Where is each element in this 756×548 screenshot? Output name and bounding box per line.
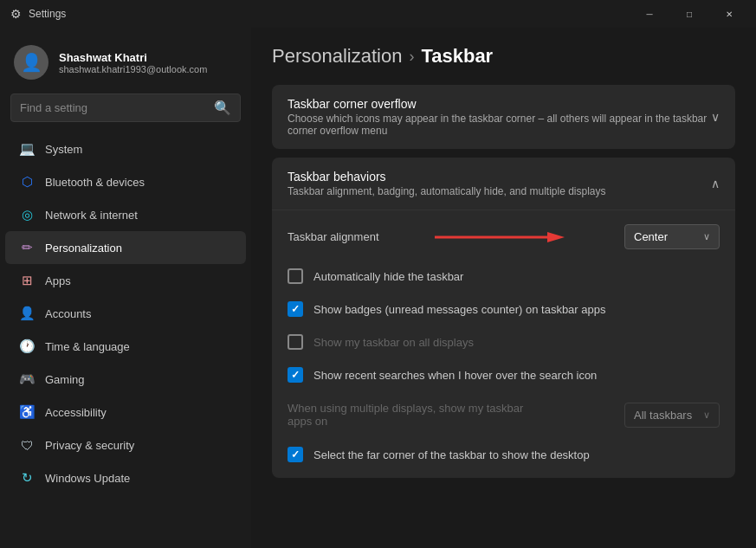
section-title-corner-overflow: Taskbar corner overflow: [288, 97, 711, 111]
gaming-icon: 🎮: [19, 371, 35, 387]
breadcrumb: Personalization › Taskbar: [272, 45, 735, 68]
sections-list: Taskbar corner overflow Choose which ico…: [272, 85, 735, 478]
breadcrumb-current: Taskbar: [421, 45, 493, 68]
section-behaviors: Taskbar behaviors Taskbar alignment, bad…: [272, 158, 735, 478]
breadcrumb-separator: ›: [409, 48, 414, 66]
sidebar-label-personalization: Personalization: [45, 242, 122, 255]
section-sub-behaviors: Taskbar alignment, badging, automaticall…: [288, 185, 606, 197]
sidebar-item-update[interactable]: ↻ Windows Update: [5, 461, 246, 494]
dropdown-arrow-icon-0: ∨: [703, 231, 710, 242]
sidebar-label-apps: Apps: [45, 274, 71, 287]
personalization-icon: ✏: [19, 240, 35, 255]
dropdown-value-5: All taskbars: [634, 409, 692, 422]
section-content-behaviors: Taskbar alignment Center ∨: [272, 210, 735, 478]
sidebar: 👤 Shashwat Khatri shashwat.khatri1993@ou…: [0, 28, 251, 548]
accounts-icon: 👤: [19, 306, 35, 321]
sidebar-item-accessibility[interactable]: ♿ Accessibility: [5, 396, 246, 429]
setting-label-0: Taskbar alignment: [288, 230, 379, 243]
app-body: 👤 Shashwat Khatri shashwat.khatri1993@ou…: [0, 28, 756, 548]
update-icon: ↻: [19, 470, 35, 486]
section-sub-corner-overflow: Choose which icons may appear in the tas…: [288, 113, 711, 137]
checkbox-row-6[interactable]: Select the far corner of the taskbar to …: [272, 438, 735, 471]
sidebar-label-update: Windows Update: [45, 472, 130, 485]
section-header-behaviors[interactable]: Taskbar behaviors Taskbar alignment, bad…: [272, 158, 735, 210]
dropdown-5: All taskbars ∨: [624, 403, 720, 428]
user-email: shashwat.khatri1993@outlook.com: [59, 64, 207, 74]
privacy-icon: 🛡: [19, 437, 35, 453]
bluetooth-icon: ⬡: [19, 174, 35, 190]
dropdown-value-0: Center: [634, 230, 668, 243]
sidebar-label-gaming: Gaming: [45, 373, 85, 386]
apps-icon: ⊞: [19, 273, 35, 288]
system-icon: 💻: [19, 141, 35, 157]
sidebar-item-network[interactable]: ◎ Network & internet: [5, 198, 246, 231]
time-icon: 🕐: [19, 338, 35, 354]
sidebar-item-gaming[interactable]: 🎮 Gaming: [5, 363, 246, 396]
sidebar-label-accounts: Accounts: [45, 307, 91, 320]
titlebar-left: ⚙ Settings: [10, 7, 66, 21]
search-input[interactable]: [20, 101, 207, 114]
main-panel: Personalization › Taskbar Taskbar corner…: [251, 28, 756, 548]
checkbox-4[interactable]: [288, 367, 303, 383]
chevron-corner-overflow-icon: ∨: [711, 110, 720, 124]
sidebar-label-network: Network & internet: [45, 209, 138, 222]
checkbox-label-3: Show my taskbar on all displays: [313, 336, 474, 349]
checkbox-1[interactable]: [288, 268, 303, 284]
avatar: 👤: [14, 45, 48, 80]
arrow-svg: [435, 229, 565, 246]
checkbox-label-1: Automatically hide the taskbar: [313, 270, 463, 283]
sidebar-item-system[interactable]: 💻 System: [5, 132, 246, 165]
dropdown-0[interactable]: Center ∨: [624, 224, 720, 249]
section-corner-overflow: Taskbar corner overflow Choose which ico…: [272, 85, 735, 149]
checkbox-row-1[interactable]: Automatically hide the taskbar: [272, 260, 735, 293]
user-info: Shashwat Khatri shashwat.khatri1993@outl…: [59, 51, 207, 74]
checkbox-label-6: Select the far corner of the taskbar to …: [313, 448, 590, 461]
checkbox-6[interactable]: [288, 447, 303, 462]
setting-row-0: Taskbar alignment Center ∨: [272, 214, 735, 260]
network-icon: ◎: [19, 207, 35, 222]
close-button[interactable]: ✕: [709, 0, 749, 28]
titlebar: ⚙ Settings ─ □ ✕: [0, 0, 756, 28]
sidebar-item-bluetooth[interactable]: ⬡ Bluetooth & devices: [5, 165, 246, 198]
setting-label-5: When using multiple displays, show my ta…: [288, 402, 530, 428]
user-profile: 👤 Shashwat Khatri shashwat.khatri1993@ou…: [0, 35, 251, 93]
maximize-button[interactable]: □: [669, 0, 709, 28]
search-box[interactable]: 🔍: [10, 93, 241, 122]
dropdown-arrow-icon-5: ∨: [703, 409, 710, 421]
sidebar-label-time: Time & language: [45, 340, 130, 353]
search-icon: 🔍: [214, 100, 231, 116]
setting-row-5: When using multiple displays, show my ta…: [272, 391, 735, 438]
minimize-button[interactable]: ─: [630, 0, 669, 28]
chevron-behaviors-icon: ∧: [711, 177, 720, 190]
checkbox-label-4: Show recent searches when I hover over t…: [313, 369, 597, 382]
sidebar-item-personalization[interactable]: ✏ Personalization: [5, 231, 246, 264]
checkbox-row-4[interactable]: Show recent searches when I hover over t…: [272, 358, 735, 391]
nav-list: 💻 System ⬡ Bluetooth & devices ◎ Network…: [0, 132, 251, 494]
red-arrow: [435, 229, 565, 246]
sidebar-label-privacy: Privacy & security: [45, 439, 134, 452]
checkbox-3: [288, 334, 303, 350]
checkbox-2[interactable]: [288, 301, 303, 317]
titlebar-title: Settings: [29, 8, 66, 20]
checkbox-row-2[interactable]: Show badges (unread messages counter) on…: [272, 293, 735, 326]
sidebar-item-apps[interactable]: ⊞ Apps: [5, 264, 246, 297]
section-header-corner-overflow[interactable]: Taskbar corner overflow Choose which ico…: [272, 85, 735, 149]
section-title-behaviors: Taskbar behaviors: [288, 170, 606, 184]
titlebar-controls: ─ □ ✕: [630, 0, 749, 28]
user-name: Shashwat Khatri: [59, 51, 207, 64]
checkbox-row-3: Show my taskbar on all displays: [272, 326, 735, 358]
sidebar-label-bluetooth: Bluetooth & devices: [45, 176, 145, 189]
checkbox-label-2: Show badges (unread messages counter) on…: [313, 303, 605, 316]
sidebar-item-accounts[interactable]: 👤 Accounts: [5, 297, 246, 330]
sidebar-label-system: System: [45, 143, 82, 156]
sidebar-item-privacy[interactable]: 🛡 Privacy & security: [5, 429, 246, 461]
breadcrumb-parent: Personalization: [272, 45, 402, 68]
settings-icon: ⚙: [10, 7, 22, 21]
svg-marker-1: [547, 232, 565, 242]
sidebar-label-accessibility: Accessibility: [45, 406, 107, 419]
accessibility-icon: ♿: [19, 404, 35, 420]
sidebar-item-time[interactable]: 🕐 Time & language: [5, 330, 246, 363]
